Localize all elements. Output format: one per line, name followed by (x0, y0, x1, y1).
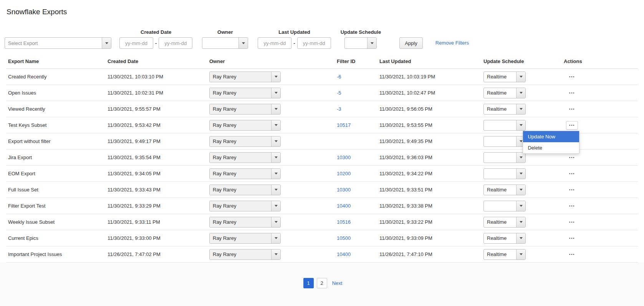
owner-dropdown[interactable]: Ray Rarey (209, 233, 281, 244)
row-actions-button[interactable]: ••• (566, 121, 578, 130)
filter-id-link[interactable]: 10200 (337, 171, 351, 176)
page-button[interactable]: 2 (317, 278, 327, 288)
pagination: 12Next (0, 278, 644, 288)
table-row: Weekly Issue Subset 11/30/2021, 9:33:11 … (6, 214, 638, 230)
export-name: Viewed Recently (6, 106, 106, 112)
row-actions-button[interactable]: ••• (566, 89, 578, 97)
update-schedule-dropdown[interactable]: Realtime (483, 233, 526, 244)
created-date-from-input[interactable] (119, 37, 153, 49)
chevron-down-icon (367, 38, 376, 48)
update-schedule-dropdown[interactable] (483, 152, 526, 163)
created-date-filter-label: Created Date (141, 29, 171, 35)
created-date-value: 11/30/2021, 9:34:05 PM (106, 171, 207, 176)
date-range-separator: - (293, 40, 295, 46)
update-schedule-filter-dropdown[interactable] (344, 37, 377, 49)
chevron-down-icon (271, 249, 280, 259)
apply-button[interactable]: Apply (399, 37, 423, 49)
row-actions-button[interactable]: ••• (566, 186, 578, 194)
owner-dropdown[interactable]: Ray Rarey (209, 120, 281, 131)
export-name: Created Recently (6, 74, 106, 80)
created-date-value: 11/30/2021, 9:33:11 PM (106, 219, 207, 225)
last-updated-value: 11/30/2021, 9:33:22 PM (377, 219, 482, 225)
filter-id-link[interactable]: 10400 (337, 203, 351, 209)
chevron-down-icon (271, 153, 280, 163)
row-actions-button[interactable]: ••• (566, 250, 578, 259)
filter-id-link[interactable]: -6 (337, 74, 341, 80)
update-schedule-dropdown[interactable]: Realtime (483, 104, 526, 115)
chevron-down-icon (516, 185, 525, 195)
row-actions-button[interactable]: ••• (566, 218, 578, 226)
pagination-next-link[interactable]: Next (332, 280, 343, 286)
owner-dropdown[interactable]: Ray Rarey (209, 249, 281, 260)
created-date-value: 11/30/2021, 9:33:29 PM (106, 203, 207, 209)
filter-id-link[interactable]: 10517 (337, 122, 351, 128)
filter-id-link[interactable]: 10500 (337, 235, 351, 241)
filter-bar: Select Export Created Date - Owner Last … (5, 29, 644, 49)
owner-dropdown[interactable]: Ray Rarey (209, 88, 281, 98)
update-schedule-dropdown[interactable] (483, 201, 526, 211)
chevron-down-icon (516, 201, 525, 211)
created-date-value: 11/30/2021, 9:53:42 PM (106, 122, 207, 128)
last-updated-value: 11/30/2021, 9:34:22 PM (377, 171, 482, 176)
filter-id-link[interactable]: -3 (337, 106, 341, 112)
filter-id-link[interactable]: -5 (337, 90, 341, 96)
table-row: Filter Export Test 11/30/2021, 9:33:29 P… (6, 198, 638, 214)
owner-dropdown[interactable]: Ray Rarey (209, 72, 281, 82)
table-row: Important Project Issues 11/26/2021, 7:4… (6, 246, 638, 263)
row-actions-button[interactable]: ••• (566, 170, 578, 178)
context-menu-item[interactable]: Update Now (523, 131, 579, 142)
column-header-export-name: Export Name (6, 58, 106, 64)
chevron-down-icon (516, 249, 525, 259)
exports-table: Export Name Created Date Owner Filter ID… (6, 54, 638, 263)
owner-dropdown[interactable]: Ray Rarey (209, 168, 281, 179)
owner-filter-dropdown[interactable] (202, 37, 248, 49)
export-name: Test Keys Subset (6, 122, 106, 128)
chevron-down-icon (271, 88, 280, 98)
last-updated-from-input[interactable] (258, 37, 291, 49)
filter-id-link[interactable]: 10516 (337, 219, 351, 225)
page-button[interactable]: 1 (303, 278, 314, 288)
created-date-to-input[interactable] (159, 37, 192, 49)
update-schedule-dropdown[interactable] (483, 136, 526, 147)
update-schedule-dropdown[interactable]: Realtime (483, 72, 526, 82)
row-actions-button[interactable]: ••• (566, 202, 578, 210)
update-schedule-dropdown[interactable]: Realtime (483, 249, 526, 260)
row-actions-button[interactable]: ••• (566, 153, 578, 162)
remove-filters-link[interactable]: Remove Filters (435, 40, 469, 46)
created-date-value: 11/30/2021, 9:55:57 PM (106, 106, 207, 112)
select-export-dropdown[interactable]: Select Export (5, 37, 111, 49)
owner-dropdown[interactable]: Ray Rarey (209, 201, 281, 211)
update-schedule-dropdown[interactable]: Realtime (483, 88, 526, 98)
owner-dropdown[interactable]: Ray Rarey (209, 185, 281, 195)
owner-dropdown[interactable]: Ray Rarey (209, 217, 281, 228)
row-actions-button[interactable]: ••• (566, 105, 578, 113)
update-schedule-filter-label: Update Schedule (341, 29, 381, 35)
owner-dropdown[interactable]: Ray Rarey (209, 136, 281, 147)
update-schedule-dropdown[interactable]: Realtime (483, 217, 526, 228)
owner-filter-label: Owner (217, 29, 233, 35)
filter-id-link[interactable]: 10400 (337, 251, 351, 257)
owner-dropdown[interactable]: Ray Rarey (209, 104, 281, 115)
last-updated-value: 11/30/2021, 9:49:35 PM (377, 138, 482, 144)
last-updated-value: 11/30/2021, 9:53:55 PM (377, 122, 482, 128)
chevron-down-icon (271, 104, 280, 114)
table-row: EOM Export 11/30/2021, 9:34:05 PM Ray Ra… (6, 166, 638, 182)
export-name: Important Project Issues (6, 251, 106, 257)
column-header-created-date: Created Date (106, 58, 207, 64)
last-updated-to-input[interactable] (297, 37, 331, 49)
chevron-down-icon (238, 38, 248, 48)
row-actions-button[interactable]: ••• (566, 234, 578, 243)
filter-id-link[interactable]: 10300 (337, 187, 351, 193)
export-name: Filter Export Test (6, 203, 106, 209)
update-schedule-dropdown[interactable] (483, 120, 526, 131)
last-updated-value: 11/30/2021, 9:33:51 PM (377, 187, 482, 193)
row-actions-button[interactable]: ••• (566, 73, 578, 81)
owner-dropdown[interactable]: Ray Rarey (209, 152, 281, 163)
context-menu-item[interactable]: Delete (523, 142, 579, 153)
table-body: Created Recently 11/30/2021, 10:03:10 PM… (6, 69, 638, 263)
filter-id-link[interactable]: 10300 (337, 155, 351, 160)
page-title: Snowflake Exports (7, 8, 644, 16)
update-schedule-dropdown[interactable]: Realtime (483, 185, 526, 195)
chevron-down-icon (516, 104, 525, 114)
update-schedule-dropdown[interactable] (483, 168, 526, 179)
